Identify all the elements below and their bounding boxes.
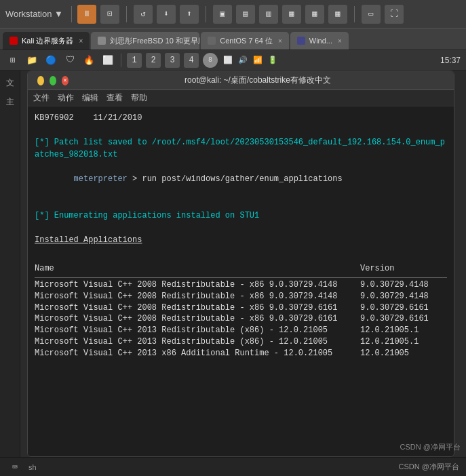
tab-favicon-freebsd — [98, 37, 106, 45]
sep2 — [126, 6, 127, 22]
keyboard-icon[interactable]: ⌨ — [7, 459, 23, 475]
sidebar-label-zhu: 主 — [6, 96, 14, 108]
app-version-3: 9.0.30729.6161 — [360, 302, 447, 314]
line-kb: KB976902 11/21/2010 — [35, 112, 447, 124]
terminal-menubar: 文件 动作 编辑 查看 帮助 — [28, 90, 454, 106]
table-row: Microsoft Visual C++ 2008 Redistributabl… — [35, 302, 447, 314]
vm-icon-8[interactable]: ▦ — [282, 5, 301, 24]
prompt-arrow: > run post/windows/gather/enum_applicati… — [128, 174, 343, 184]
left-sidebar: 文 主 K — [0, 71, 20, 476]
vm-icon-3[interactable]: ⬇ — [157, 5, 176, 24]
app-name-1: Microsoft Visual C++ 2008 Redistributabl… — [35, 279, 360, 291]
tab-close-centos[interactable]: × — [278, 37, 282, 45]
workspace-2[interactable]: 2 — [146, 53, 161, 68]
terminal-icon[interactable]: ▭ — [362, 5, 381, 24]
app-name-6: Microsoft Visual C++ 2013 Redistributabl… — [35, 336, 360, 348]
bottom-right-text: CSDN @净网平台 — [399, 462, 459, 472]
terminal-title: root@kali: ~/桌面/cobaltstrike有修改中文 — [69, 75, 447, 86]
clock: 15:37 — [440, 56, 461, 65]
toolbar-sep — [121, 54, 121, 67]
line-enum: [*] Enumerating applications installed o… — [35, 210, 447, 222]
app-name-5: Microsoft Visual C++ 2013 Redistributabl… — [35, 325, 360, 336]
tab-close-kali[interactable]: × — [79, 37, 83, 45]
app-name-4: Microsoft Visual C++ 2008 Redistributabl… — [35, 313, 360, 325]
app-table: Name Version Microsoft Visual C++ 2008 R… — [35, 261, 447, 359]
prompt-label: meterpreter — [74, 174, 128, 184]
workspace-1[interactable]: 1 — [127, 53, 142, 68]
sidebar-item-wen[interactable]: 文 — [2, 75, 18, 91]
shield-icon[interactable]: 🛡 — [62, 53, 77, 68]
table-row: Microsoft Visual C++ 2008 Redistributabl… — [35, 291, 447, 302]
table-row: Microsoft Visual C++ 2013 Redistributabl… — [35, 325, 447, 336]
vm-icon-1[interactable]: ⊡ — [100, 5, 119, 24]
tab-favicon-centos — [208, 37, 216, 45]
app-version-2: 9.0.30729.4148 — [360, 291, 447, 302]
network-icon[interactable]: 📶 — [252, 54, 264, 66]
minimize-button[interactable] — [37, 76, 44, 85]
bottom-sh: sh — [28, 463, 37, 471]
line-patch: [*] Patch list saved to /root/.msf4/loot… — [35, 136, 447, 161]
watermark: CSDN @净网平台 — [400, 442, 461, 452]
files-icon[interactable]: 📁 — [24, 53, 39, 68]
right-icons: ⬜ 🔊 📶 🔋 — [222, 54, 279, 66]
table-header: Name Version — [35, 261, 447, 276]
speaker-icon[interactable]: 🔊 — [237, 54, 249, 66]
sep4 — [354, 6, 355, 22]
table-row: Microsoft Visual C++ 2008 Redistributabl… — [35, 279, 447, 291]
app-version-1: 9.0.30729.4148 — [360, 279, 447, 291]
workspace-4[interactable]: 4 — [184, 53, 199, 68]
vm-icon-5[interactable]: ▣ — [213, 5, 232, 24]
app-name-3: Microsoft Visual C++ 2008 Redistributabl… — [35, 302, 360, 314]
tab-favicon-kali — [9, 37, 18, 45]
vm-icon-9[interactable]: ▦ — [305, 5, 324, 24]
taskbar-top: Workstation ▼ ⏸ ⊡ ↺ ⬇ ⬆ ▣ ▤ ▥ ▦ ▦ ▦ ▭ ⛶ — [0, 0, 466, 28]
close-button[interactable]: ✕ — [62, 76, 69, 85]
tab-kali[interactable]: Kali 边界服务器 × — [3, 32, 90, 49]
tab-favicon-wind — [297, 37, 305, 45]
menu-view[interactable]: 查看 — [106, 92, 123, 104]
menu-help[interactable]: 帮助 — [131, 92, 147, 104]
tab-close-wind[interactable]: × — [338, 37, 342, 45]
vm-icon-10[interactable]: ▦ — [328, 5, 347, 24]
taskbar-icons: ⏸ ⊡ ↺ ⬇ ⬆ ▣ ▤ ▥ ▦ ▦ ▦ ▭ ⛶ — [77, 5, 404, 24]
table-row: Microsoft Visual C++ 2013 x86 Additional… — [35, 348, 447, 359]
app-name-2: Microsoft Visual C++ 2008 Redistributabl… — [35, 291, 360, 302]
vm-icon-7[interactable]: ▥ — [259, 5, 278, 24]
menu-edit[interactable]: 编辑 — [82, 92, 98, 104]
col-header-name: Name — [35, 262, 360, 275]
app-label[interactable]: Workstation ▼ — [5, 9, 63, 19]
app-version-4: 9.0.30729.6161 — [360, 313, 447, 325]
fullscreen-icon[interactable]: ⛶ — [385, 5, 404, 24]
fire-icon[interactable]: 🔥 — [81, 53, 96, 68]
terminal-titlebar: ✕ root@kali: ~/桌面/cobaltstrike有修改中文 — [28, 71, 454, 90]
sep3 — [206, 6, 206, 22]
tab-freebsd[interactable]: 刘思彤FreeBSD 10 和更早版本 × — [91, 32, 199, 49]
tab-wind[interactable]: Wind... × — [290, 32, 349, 49]
sidebar-label-wen: 文 — [6, 77, 14, 89]
terminal-window: ✕ root@kali: ~/桌面/cobaltstrike有修改中文 文件 动… — [27, 71, 454, 457]
menu-action[interactable]: 动作 — [58, 92, 74, 104]
app-menu-icon[interactable]: ⊞ — [5, 53, 20, 68]
maximize-button[interactable] — [50, 76, 56, 85]
tabs-bar: Kali 边界服务器 × 刘思彤FreeBSD 10 和更早版本 × CentO… — [0, 28, 466, 50]
sidebar-item-zhu[interactable]: 主 — [2, 94, 18, 110]
pause-icon[interactable]: ⏸ — [77, 5, 96, 24]
app-version-5: 12.0.21005.1 — [360, 325, 447, 336]
workspace-3[interactable]: 3 — [165, 53, 180, 68]
tab-centos[interactable]: CentOS 7 64 位 × — [201, 32, 289, 49]
extra-icon[interactable]: ⬜ — [100, 53, 115, 68]
menu-file[interactable]: 文件 — [33, 92, 50, 104]
browser-icon[interactable]: 🔵 — [43, 53, 58, 68]
vm-icon-4[interactable]: ⬆ — [180, 5, 199, 24]
bottom-bar: ⌨ sh CSDN @净网平台 — [0, 457, 466, 476]
battery-icon[interactable]: 🔋 — [267, 54, 279, 66]
terminal-content[interactable]: KB976902 11/21/2010 [*] Patch list saved… — [28, 106, 454, 456]
col-header-version: Version — [360, 262, 447, 275]
table-row: Microsoft Visual C++ 2008 Redistributabl… — [35, 313, 447, 325]
screen-icon[interactable]: ⬜ — [222, 54, 234, 66]
separator — [71, 6, 72, 22]
app-version-6: 12.0.21005.1 — [360, 336, 447, 348]
vm-icon-6[interactable]: ▤ — [236, 5, 255, 24]
vm-icon-2[interactable]: ↺ — [134, 5, 153, 24]
badge-icon[interactable]: 8 — [203, 53, 218, 68]
